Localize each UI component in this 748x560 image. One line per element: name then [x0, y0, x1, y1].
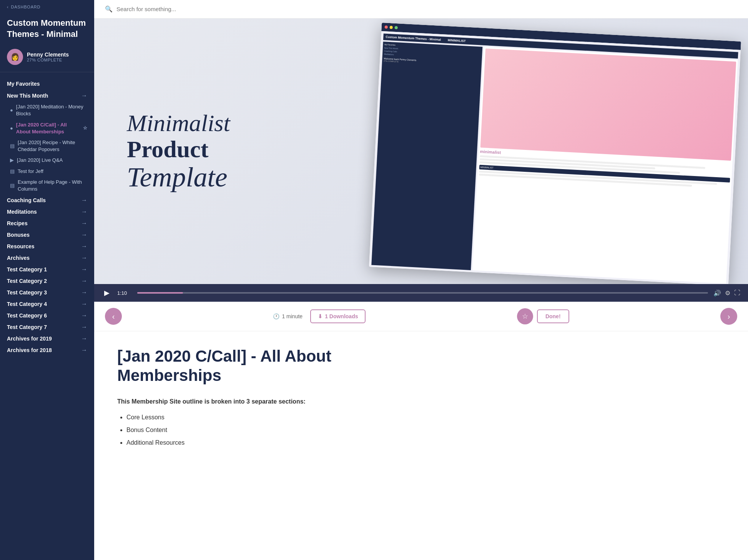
lesson-content: [Jan 2020 C/Call] - All About Membership…	[94, 331, 440, 474]
content-bullet-list: Core LessonsBonus ContentAdditional Reso…	[117, 412, 417, 448]
video-title-overlay: Minimalist Product Template	[127, 110, 230, 193]
sidebar: ‹ DASHBOARD Custom Momentum Themes - Min…	[0, 0, 94, 560]
video-thumbnail: Minimalist Product Template Custom Momen…	[94, 18, 748, 284]
intro-text: This Membership Site outline is broken i…	[117, 398, 306, 405]
topbar: 🔍	[94, 0, 748, 18]
bullet-item: Bonus Content	[126, 425, 417, 435]
expand-icon: →	[81, 289, 87, 296]
action-bar: ‹ 🕐 1 minute ⬇ 1 Downloads ☆ Done! ›	[94, 302, 748, 331]
expand-icon: →	[81, 312, 87, 319]
video-title-line2: Product	[127, 136, 230, 162]
sidebar-item-test-category-4[interactable]: Test Category 4→	[0, 298, 94, 310]
user-profile: 👩 Penny Clements 27% COMPLETE	[0, 45, 94, 72]
sidebar-navigation: My Favorites New This Month→●[Jan 2020] …	[0, 72, 94, 560]
item-type-icon: ▤	[10, 182, 15, 189]
expand-icon: →	[81, 254, 87, 261]
sidebar-nav-item[interactable]: ▤[Jan 2020] Recipe - White Cheddar Popov…	[0, 137, 94, 155]
item-type-icon: ●	[10, 107, 13, 114]
sidebar-item-coaching-calls[interactable]: Coaching Calls→	[0, 194, 94, 206]
sidebar-nav-item[interactable]: ●[Jan 2020 C/Call] - All About Membershi…	[0, 120, 94, 137]
video-progress-fill	[137, 292, 183, 294]
progress-label: 27% COMPLETE	[27, 58, 69, 62]
fullscreen-icon[interactable]: ⛶	[734, 289, 740, 296]
sidebar-item-recipes[interactable]: Recipes→	[0, 218, 94, 229]
done-button[interactable]: Done!	[537, 309, 569, 323]
expand-icon: →	[81, 278, 87, 284]
sidebar-item-bonuses[interactable]: Bonuses→	[0, 229, 94, 241]
expand-icon: →	[81, 208, 87, 215]
downloads-button[interactable]: ⬇ 1 Downloads	[310, 309, 366, 323]
search-icon: 🔍	[105, 5, 113, 13]
expand-icon: →	[81, 335, 87, 342]
star-icon: ☆	[83, 125, 87, 131]
expand-icon: →	[81, 243, 87, 250]
duration-badge: 🕐 1 minute	[273, 313, 303, 319]
sidebar-item-test-category-1[interactable]: Test Category 1→	[0, 264, 94, 275]
dashboard-back-link[interactable]: ‹ DASHBOARD	[0, 0, 94, 14]
clock-icon: 🕐	[273, 313, 279, 319]
downloads-label: 1 Downloads	[325, 313, 358, 319]
item-type-icon: ●	[10, 125, 13, 132]
sidebar-item-resources[interactable]: Resources→	[0, 241, 94, 252]
search-input[interactable]	[116, 6, 737, 12]
main-content: 🔍 Minimalist Product Template Cust	[94, 0, 748, 560]
expand-icon: →	[81, 301, 87, 307]
expand-icon: →	[81, 197, 87, 204]
expand-icon: →	[81, 231, 87, 238]
item-type-icon: ▤	[10, 143, 15, 150]
settings-icon[interactable]: ⚙	[725, 289, 730, 297]
previous-lesson-button[interactable]: ‹	[105, 308, 122, 325]
bullet-item: Additional Resources	[126, 437, 417, 448]
sidebar-item-favorites[interactable]: My Favorites	[0, 78, 94, 90]
download-icon: ⬇	[318, 313, 322, 319]
video-time: 1:10	[117, 290, 132, 296]
item-type-icon: ▶	[10, 157, 14, 164]
lesson-body: This Membership Site outline is broken i…	[117, 396, 417, 448]
sidebar-item-meditations[interactable]: Meditations→	[0, 206, 94, 218]
sidebar-item-test-category-3[interactable]: Test Category 3→	[0, 287, 94, 298]
mockup-screenshot: Custom Momentum Themes - Minimal MINIMAL…	[369, 23, 741, 284]
star-icon: ☆	[522, 312, 528, 321]
video-title-line1: Minimalist	[127, 110, 230, 136]
expand-icon: →	[81, 324, 87, 331]
video-controls: ▶ 1:10 🔊 ⚙ ⛶	[94, 284, 748, 302]
bullet-item: Core Lessons	[126, 412, 417, 422]
video-progress-bar[interactable]	[137, 292, 708, 294]
duration-text: 1 minute	[282, 313, 303, 319]
expand-icon: →	[81, 347, 87, 354]
lesson-title: [Jan 2020 C/Call] - All About Membership…	[117, 347, 417, 386]
sidebar-item-archives-for-2019[interactable]: Archives for 2019→	[0, 333, 94, 344]
video-title-line3: Template	[127, 162, 230, 193]
avatar: 👩	[7, 49, 23, 65]
course-title: Custom Momentum Themes - Minimal	[0, 14, 94, 45]
video-player: Minimalist Product Template Custom Momen…	[94, 18, 748, 284]
sidebar-nav-item[interactable]: ▤Test for Jeff	[0, 166, 94, 177]
sidebar-item-test-category-6[interactable]: Test Category 6→	[0, 310, 94, 321]
expand-icon: →	[81, 266, 87, 273]
video-play-pause-button[interactable]: ▶	[102, 288, 112, 298]
sidebar-item-test-category-7[interactable]: Test Category 7→	[0, 321, 94, 333]
favorite-button[interactable]: ☆	[517, 308, 533, 324]
sidebar-nav-item[interactable]: ▤Example of Help Page - With Columns	[0, 177, 94, 194]
item-type-icon: ▤	[10, 168, 15, 175]
sidebar-item-test-category-2[interactable]: Test Category 2→	[0, 275, 94, 287]
next-lesson-button[interactable]: ›	[720, 308, 737, 325]
sidebar-nav-item[interactable]: ▶[Jan 2020] Live Q&A	[0, 155, 94, 166]
sidebar-item-new-this-month[interactable]: New This Month→	[0, 90, 94, 101]
sidebar-item-archives[interactable]: Archives→	[0, 252, 94, 264]
expand-icon: →	[81, 220, 87, 227]
sidebar-item-archives-for-2018[interactable]: Archives for 2018→	[0, 344, 94, 356]
user-name: Penny Clements	[27, 52, 69, 58]
sidebar-nav-item[interactable]: ●[Jan 2020] Meditation - Money Blocks	[0, 101, 94, 119]
volume-icon[interactable]: 🔊	[713, 289, 721, 297]
expand-icon: →	[81, 92, 87, 99]
